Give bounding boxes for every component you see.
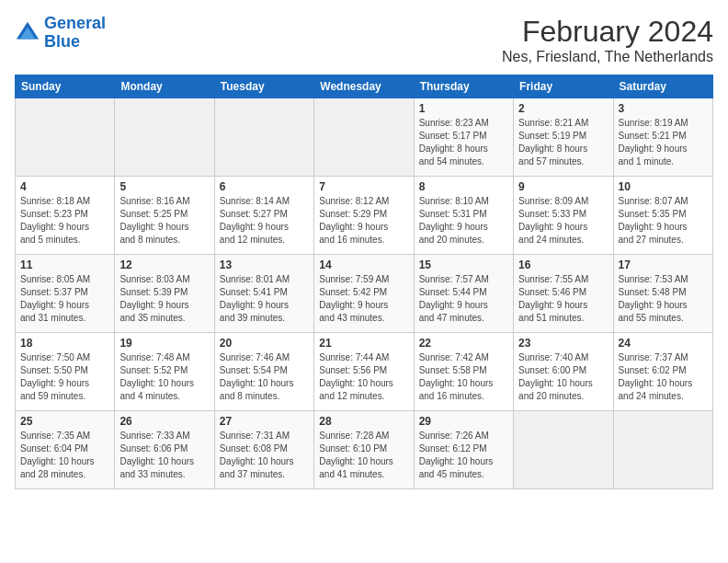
page-header: General Blue February 2024 Nes, Frieslan… [15,15,713,65]
logo-line1: General [44,14,106,32]
calendar-cell: 25Sunrise: 7:35 AM Sunset: 6:04 PM Dayli… [16,411,115,489]
calendar-cell [16,98,115,177]
day-info: Sunrise: 8:09 AM Sunset: 5:33 PM Dayligh… [518,195,608,247]
day-number: 9 [518,180,608,193]
calendar-week-row: 25Sunrise: 7:35 AM Sunset: 6:04 PM Dayli… [16,411,713,489]
day-number: 8 [419,180,508,193]
calendar-cell: 14Sunrise: 7:59 AM Sunset: 5:42 PM Dayli… [314,255,414,333]
day-number: 22 [419,337,508,350]
calendar-cell [214,98,313,177]
weekday-header-cell: Tuesday [214,75,313,98]
day-number: 5 [119,180,209,193]
calendar-cell: 26Sunrise: 7:33 AM Sunset: 6:06 PM Dayli… [115,411,214,489]
day-info: Sunrise: 8:05 AM Sunset: 5:37 PM Dayligh… [20,273,109,325]
calendar-cell: 8Sunrise: 8:10 AM Sunset: 5:31 PM Daylig… [414,177,513,255]
day-number: 24 [619,337,708,350]
day-info: Sunrise: 7:55 AM Sunset: 5:46 PM Dayligh… [518,273,608,325]
calendar-cell: 16Sunrise: 7:55 AM Sunset: 5:46 PM Dayli… [514,255,613,333]
day-info: Sunrise: 7:53 AM Sunset: 5:48 PM Dayligh… [619,273,708,325]
day-info: Sunrise: 8:07 AM Sunset: 5:35 PM Dayligh… [619,195,708,247]
day-number: 28 [319,415,408,428]
calendar-cell: 7Sunrise: 8:12 AM Sunset: 5:29 PM Daylig… [314,177,414,255]
day-number: 29 [419,415,508,428]
day-number: 21 [319,337,408,350]
logo: General Blue [15,15,106,52]
day-info: Sunrise: 7:46 AM Sunset: 5:54 PM Dayligh… [220,351,309,403]
calendar-cell: 10Sunrise: 8:07 AM Sunset: 5:35 PM Dayli… [613,177,712,255]
day-info: Sunrise: 7:35 AM Sunset: 6:04 PM Dayligh… [20,430,109,481]
day-number: 14 [319,259,408,271]
day-number: 13 [220,259,309,271]
calendar-cell [514,411,613,489]
weekday-header-row: SundayMondayTuesdayWednesdayThursdayFrid… [16,75,713,98]
day-number: 15 [419,259,508,271]
day-number: 16 [518,259,608,271]
day-info: Sunrise: 7:33 AM Sunset: 6:06 PM Dayligh… [119,430,209,481]
calendar-cell: 1Sunrise: 8:23 AM Sunset: 5:17 PM Daylig… [414,98,513,177]
day-number: 10 [619,180,708,193]
day-number: 6 [220,180,309,193]
day-info: Sunrise: 8:01 AM Sunset: 5:41 PM Dayligh… [220,273,309,325]
day-number: 23 [518,337,608,350]
day-info: Sunrise: 8:23 AM Sunset: 5:17 PM Dayligh… [419,117,508,168]
calendar-cell: 21Sunrise: 7:44 AM Sunset: 5:56 PM Dayli… [314,333,414,411]
calendar-table: SundayMondayTuesdayWednesdayThursdayFrid… [15,75,713,489]
day-info: Sunrise: 8:14 AM Sunset: 5:27 PM Dayligh… [220,195,309,247]
calendar-cell: 19Sunrise: 7:48 AM Sunset: 5:52 PM Dayli… [115,333,214,411]
day-info: Sunrise: 7:50 AM Sunset: 5:50 PM Dayligh… [20,351,109,403]
day-info: Sunrise: 7:28 AM Sunset: 6:10 PM Dayligh… [319,430,408,481]
title-block: February 2024 Nes, Friesland, The Nether… [502,15,713,65]
day-number: 4 [20,180,109,193]
day-info: Sunrise: 7:42 AM Sunset: 5:58 PM Dayligh… [419,351,508,403]
day-number: 1 [419,102,508,115]
day-info: Sunrise: 7:48 AM Sunset: 5:52 PM Dayligh… [119,351,209,403]
day-number: 2 [518,102,608,115]
day-number: 12 [119,259,209,271]
day-info: Sunrise: 8:10 AM Sunset: 5:31 PM Dayligh… [419,195,508,247]
calendar-cell: 27Sunrise: 7:31 AM Sunset: 6:08 PM Dayli… [214,411,313,489]
day-info: Sunrise: 8:16 AM Sunset: 5:25 PM Dayligh… [119,195,209,247]
logo-line2: Blue [44,32,80,51]
day-info: Sunrise: 8:21 AM Sunset: 5:19 PM Dayligh… [518,117,608,168]
calendar-cell: 18Sunrise: 7:50 AM Sunset: 5:50 PM Dayli… [16,333,115,411]
calendar-cell: 3Sunrise: 8:19 AM Sunset: 5:21 PM Daylig… [613,98,712,177]
calendar-week-row: 4Sunrise: 8:18 AM Sunset: 5:23 PM Daylig… [16,177,713,255]
day-number: 19 [119,337,209,350]
calendar-cell: 29Sunrise: 7:26 AM Sunset: 6:12 PM Dayli… [414,411,513,489]
calendar-cell: 23Sunrise: 7:40 AM Sunset: 6:00 PM Dayli… [514,333,613,411]
weekday-header-cell: Thursday [414,75,513,98]
day-number: 7 [319,180,408,193]
calendar-cell [613,411,712,489]
day-info: Sunrise: 8:19 AM Sunset: 5:21 PM Dayligh… [619,117,708,168]
logo-text: General Blue [44,15,106,52]
location: Nes, Friesland, The Netherlands [502,49,713,65]
calendar-week-row: 11Sunrise: 8:05 AM Sunset: 5:37 PM Dayli… [16,255,713,333]
day-number: 26 [119,415,209,428]
logo-icon [15,20,40,46]
calendar-week-row: 18Sunrise: 7:50 AM Sunset: 5:50 PM Dayli… [16,333,713,411]
calendar-cell: 11Sunrise: 8:05 AM Sunset: 5:37 PM Dayli… [16,255,115,333]
month-year: February 2024 [502,15,713,49]
day-info: Sunrise: 7:44 AM Sunset: 5:56 PM Dayligh… [319,351,408,403]
calendar-cell: 12Sunrise: 8:03 AM Sunset: 5:39 PM Dayli… [115,255,214,333]
day-info: Sunrise: 7:40 AM Sunset: 6:00 PM Dayligh… [518,351,608,403]
day-info: Sunrise: 7:59 AM Sunset: 5:42 PM Dayligh… [319,273,408,325]
calendar-cell: 15Sunrise: 7:57 AM Sunset: 5:44 PM Dayli… [414,255,513,333]
day-info: Sunrise: 7:31 AM Sunset: 6:08 PM Dayligh… [220,430,309,481]
weekday-header-cell: Monday [115,75,214,98]
day-info: Sunrise: 7:57 AM Sunset: 5:44 PM Dayligh… [419,273,508,325]
day-info: Sunrise: 8:12 AM Sunset: 5:29 PM Dayligh… [319,195,408,247]
calendar-cell: 2Sunrise: 8:21 AM Sunset: 5:19 PM Daylig… [514,98,613,177]
calendar-week-row: 1Sunrise: 8:23 AM Sunset: 5:17 PM Daylig… [16,98,713,177]
calendar-cell: 17Sunrise: 7:53 AM Sunset: 5:48 PM Dayli… [613,255,712,333]
weekday-header-cell: Saturday [613,75,712,98]
day-info: Sunrise: 8:18 AM Sunset: 5:23 PM Dayligh… [20,195,109,247]
weekday-header-cell: Sunday [16,75,115,98]
weekday-header-cell: Wednesday [314,75,414,98]
day-number: 27 [220,415,309,428]
calendar-cell [314,98,414,177]
day-number: 11 [20,259,109,271]
calendar-cell: 13Sunrise: 8:01 AM Sunset: 5:41 PM Dayli… [214,255,313,333]
day-info: Sunrise: 7:26 AM Sunset: 6:12 PM Dayligh… [419,430,508,481]
calendar-cell: 6Sunrise: 8:14 AM Sunset: 5:27 PM Daylig… [214,177,313,255]
